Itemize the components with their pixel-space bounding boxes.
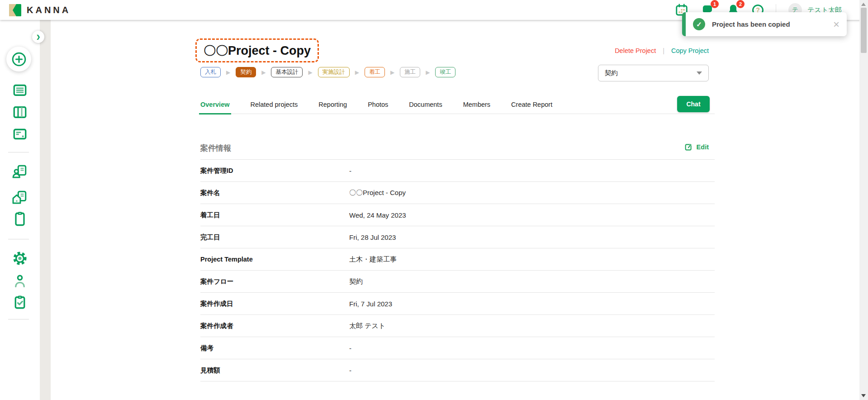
row-label: 備考	[200, 344, 349, 352]
row-value: Fri, 7 Jul 2023	[349, 300, 392, 308]
flow-step-keiyaku[interactable]: 契約	[236, 67, 256, 77]
status-dropdown[interactable]: 契約	[598, 65, 709, 81]
flow-step-kihon-sekkei[interactable]: 基本設計	[271, 67, 303, 77]
sidebar-item-board-view[interactable]	[11, 104, 29, 120]
sidebar-item-list-view[interactable]	[11, 82, 29, 98]
row-value: Wed, 24 May 2023	[349, 211, 406, 219]
table-row: 案件フロー 契約	[200, 271, 715, 293]
flow-step-nyusatsu[interactable]: 入札	[200, 67, 221, 77]
tab-photos[interactable]: Photos	[368, 95, 388, 114]
delete-project-link[interactable]: Delete Project	[615, 47, 656, 54]
tab-create-report[interactable]: Create Report	[511, 95, 552, 114]
tab-reporting[interactable]: Reporting	[318, 95, 347, 114]
clipboard-check-icon	[12, 294, 28, 310]
flow-step-chakko[interactable]: 着工	[365, 67, 385, 77]
flow-arrow-icon	[226, 69, 230, 76]
row-value: 契約	[349, 277, 363, 286]
app-screen: KANNA 1	[0, 0, 868, 400]
project-tabs: Overview Related projects Reporting Phot…	[200, 95, 715, 114]
scroll-down-arrow-icon[interactable]	[861, 394, 866, 397]
row-value: 〇〇Project - Copy	[349, 189, 406, 197]
tab-documents[interactable]: Documents	[409, 95, 442, 114]
kanban-columns-icon	[12, 104, 28, 120]
sidebar-divider	[8, 152, 29, 152]
plus-circle-icon	[11, 51, 27, 67]
row-value: Fri, 28 Jul 2023	[349, 233, 396, 241]
sidebar-divider	[8, 239, 29, 239]
row-label: 案件フロー	[200, 277, 349, 286]
chevron-down-icon	[697, 71, 702, 75]
actions-separator: |	[663, 47, 664, 54]
flow-step-seko[interactable]: 施工	[400, 67, 420, 77]
row-label: 案件作成日	[200, 300, 349, 308]
row-label: 案件名	[200, 189, 349, 197]
toast-close-button[interactable]	[833, 19, 840, 30]
flow-arrow-icon	[308, 69, 312, 76]
flow-step-jisshi-sekkei[interactable]: 実施設計	[318, 67, 350, 77]
edit-pencil-icon	[684, 143, 693, 151]
scroll-up-arrow-icon[interactable]	[861, 3, 866, 6]
sidebar-divider	[8, 319, 29, 319]
edit-button-label: Edit	[697, 143, 709, 151]
status-dropdown-value: 契約	[605, 69, 618, 77]
row-label: 完工日	[200, 233, 349, 242]
card-icon	[12, 126, 28, 142]
project-actions: Delete Project | Copy Project	[615, 47, 709, 54]
person-icon	[12, 273, 28, 289]
row-value: 太郎 テスト	[349, 322, 385, 330]
flow-arrow-icon	[390, 69, 394, 76]
tab-members[interactable]: Members	[463, 95, 490, 114]
scrollbar-thumb[interactable]	[861, 8, 867, 53]
table-row: 案件管理ID -	[200, 160, 715, 182]
tablet-icon	[12, 211, 28, 227]
project-flow-steps: 入札 契約 基本設計 実施設計 着工 施工 竣工	[200, 67, 455, 77]
edit-button[interactable]: Edit	[684, 143, 709, 151]
create-project-button[interactable]	[6, 47, 31, 71]
toast-notification: Project has been copied	[682, 12, 847, 36]
gear-icon	[12, 250, 28, 267]
row-value: -	[349, 344, 351, 352]
sidebar-item-contacts[interactable]	[11, 163, 29, 180]
collapsed-subpanel	[40, 20, 51, 400]
row-label: 着工日	[200, 211, 349, 219]
sidebar-item-reports[interactable]	[11, 211, 29, 227]
copy-project-link[interactable]: Copy Project	[671, 47, 709, 54]
row-value: -	[349, 167, 351, 175]
vertical-scrollbar[interactable]	[859, 0, 868, 400]
flow-arrow-icon	[261, 69, 266, 76]
sidebar-expand-button[interactable]	[32, 31, 44, 43]
table-row: Project Template 土木・建築工事	[200, 248, 715, 271]
section-title: 案件情報	[200, 143, 231, 153]
toast-message: Project has been copied	[712, 20, 790, 28]
messages-badge: 1	[711, 0, 719, 8]
table-row: 案件作成者 太郎 テスト	[200, 315, 715, 337]
notifications-badge: 2	[736, 0, 745, 8]
project-title[interactable]: 〇〇Project - Copy	[195, 38, 319, 62]
chat-button[interactable]: Chat	[677, 96, 710, 112]
sidebar	[0, 20, 40, 400]
tab-related-projects[interactable]: Related projects	[251, 95, 298, 114]
kanna-logo-text: KANNA	[27, 5, 71, 15]
sidebar-item-companies[interactable]	[11, 189, 29, 205]
building-document-icon	[12, 189, 28, 205]
tab-overview[interactable]: Overview	[200, 95, 230, 114]
row-label: 案件作成者	[200, 322, 349, 330]
sidebar-item-settings[interactable]	[11, 250, 29, 267]
sidebar-item-profile[interactable]	[11, 273, 29, 289]
success-check-icon	[693, 18, 705, 30]
row-value: -	[349, 367, 351, 374]
row-label: 案件管理ID	[200, 167, 349, 175]
table-row: 着工日 Wed, 24 May 2023	[200, 204, 715, 226]
flow-step-shunko[interactable]: 竣工	[435, 67, 455, 77]
sidebar-item-card-view[interactable]	[11, 126, 29, 142]
flow-arrow-icon	[426, 69, 430, 76]
table-row: 備考 -	[200, 337, 715, 359]
kanna-logo[interactable]: KANNA	[9, 4, 71, 16]
row-label: Project Template	[200, 256, 349, 263]
table-row: 完工日 Fri, 28 Jul 2023	[200, 226, 715, 248]
table-row: 案件名 〇〇Project - Copy	[200, 182, 715, 204]
person-document-icon	[12, 163, 28, 180]
sidebar-item-tasks[interactable]	[11, 294, 29, 310]
kanna-logo-icon	[9, 4, 21, 16]
project-info-table: 案件管理ID - 案件名 〇〇Project - Copy 着工日 Wed, 2…	[200, 159, 715, 381]
